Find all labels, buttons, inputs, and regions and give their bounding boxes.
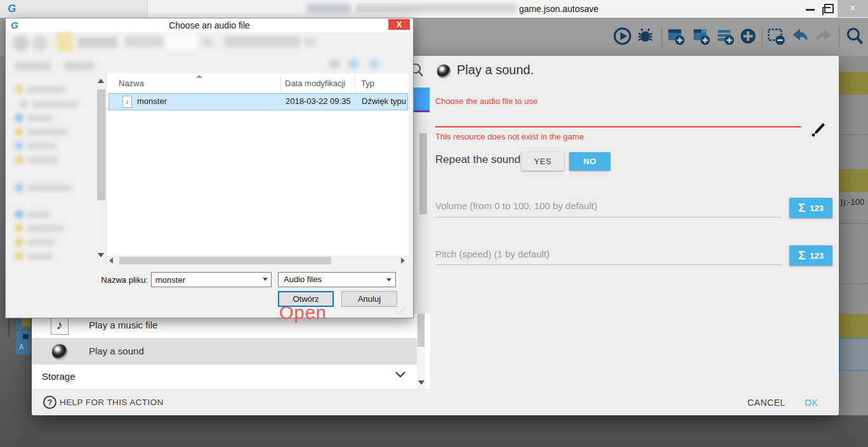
file-date-cell: 2018-03-22 09:35 (286, 96, 351, 106)
folder-tree-pane[interactable] (11, 75, 96, 261)
list-scroll-thumb[interactable] (418, 314, 424, 347)
pick-resource-pencil-icon[interactable] (810, 121, 826, 140)
add-circle-icon[interactable] (737, 25, 759, 47)
file-list-hscrollbar[interactable] (107, 256, 409, 266)
file-dialog-title: Choose an audio file (6, 20, 413, 30)
blurred-path-segment (355, 4, 517, 13)
column-header-name[interactable]: Nazwa (119, 79, 144, 88)
sigma-icon: Σ (798, 201, 805, 215)
sort-ascending-icon (196, 75, 202, 78)
column-header-date[interactable]: Data modyfikacji (285, 79, 345, 88)
filetype-dropdown[interactable]: Audio files (278, 272, 396, 287)
restore-button[interactable] (824, 4, 834, 13)
blurred-path-segment (306, 3, 351, 13)
repeat-sound-label: Repeat the sound (435, 153, 520, 166)
pitch-param-label: Pitch (speed) (1 by default) (435, 249, 549, 259)
close-button[interactable]: × (838, 0, 868, 17)
action-title: Play a sound. (457, 63, 534, 77)
add-comment-icon[interactable] (714, 25, 736, 47)
scroll-down-icon[interactable] (418, 380, 424, 385)
repeat-yes-button[interactable]: YES (522, 152, 564, 171)
filename-combobox[interactable] (151, 272, 272, 287)
file-chooser-dialog: G Choose an audio file X Nazwa Data mody… (5, 18, 414, 318)
file-name-cell: monster (137, 96, 167, 106)
window-title: game.json.autosave (519, 4, 598, 14)
filetype-value: Audio files (284, 275, 322, 284)
screen: G game.json.autosave × (0, 0, 868, 447)
volume-input-underline[interactable] (435, 217, 782, 217)
events-sheet-fragment: )):-100 (839, 56, 868, 415)
category-tab-underline (413, 110, 430, 112)
speaker-icon (51, 344, 68, 360)
minimize-button[interactable] (806, 9, 815, 11)
action-list: ♪ Play a music file Play a sound Storage (32, 314, 430, 389)
play-icon[interactable] (612, 25, 634, 47)
selected-event-fragment (839, 338, 868, 371)
action-item-play-sound[interactable]: Play a sound (32, 338, 419, 365)
numbers-icon: 123 (810, 251, 824, 261)
resource-error-text: This resource does not exist in the game (435, 132, 584, 141)
chevron-down-icon[interactable] (263, 278, 268, 281)
file-dialog-titlebar: G Choose an audio file X (6, 18, 413, 32)
music-note-icon: ♪ (51, 316, 69, 335)
file-type-cell: Dźwięk typu w (362, 96, 409, 106)
selected-category-tab[interactable] (413, 87, 430, 110)
add-event-icon[interactable] (665, 25, 687, 47)
audio-file-param-label: Choose the audio file to use (435, 96, 537, 106)
add-subevent-icon[interactable] (690, 25, 712, 47)
redo-icon[interactable] (813, 25, 835, 47)
tree-scroll-thumb[interactable] (97, 89, 105, 200)
search-icon[interactable] (844, 25, 865, 47)
undo-icon[interactable] (789, 25, 811, 47)
hscroll-thumb[interactable] (119, 257, 331, 264)
help-link[interactable]: HELP FOR THIS ACTION (60, 398, 164, 407)
open-annotation: Open (279, 302, 327, 323)
filename-input (151, 272, 272, 287)
remove-event-icon[interactable] (765, 25, 787, 47)
ok-button[interactable]: OK (805, 398, 818, 408)
help-icon[interactable]: ? (43, 396, 56, 409)
pitch-input-underline[interactable] (435, 264, 782, 265)
cancel-button-pl[interactable]: Anuluj (341, 291, 397, 307)
column-header-type[interactable]: Typ (361, 79, 374, 88)
gdevelop-logo-icon: G (8, 3, 16, 14)
window-titlebar: G game.json.autosave × (0, 0, 868, 18)
file-row-selected[interactable]: ♪ monster 2018-03-22 09:35 Dźwięk typu w (109, 93, 408, 110)
speaker-icon (437, 64, 451, 79)
event-expression-text: )):-100 (840, 197, 864, 207)
event-object-letter: A (19, 343, 23, 351)
filename-label: Nazwa pliku: (101, 275, 148, 285)
debug-icon[interactable] (635, 25, 656, 47)
tree-scrollbar[interactable] (96, 75, 106, 261)
chevron-down-icon (386, 278, 391, 282)
action-item-label: Play a sound (89, 346, 144, 356)
file-dialog-close-button[interactable]: X (388, 19, 410, 30)
action-group-storage[interactable]: Storage (42, 371, 76, 382)
sigma-icon: Σ (798, 249, 805, 262)
chevron-down-icon[interactable] (395, 370, 406, 381)
numbers-icon: 123 (810, 204, 824, 213)
file-list: Nazwa Data modyfikacji Typ ♪ monster 201… (106, 74, 409, 266)
repeat-no-button[interactable]: NO (569, 152, 610, 171)
audio-file-icon: ♪ (122, 96, 132, 108)
cancel-button[interactable]: CANCEL (747, 398, 786, 408)
app-tab[interactable]: G (0, 0, 148, 17)
action-list-scroll-thumb[interactable] (419, 133, 427, 214)
audio-file-input[interactable] (435, 107, 801, 126)
pitch-expression-button[interactable]: Σ 123 (789, 245, 832, 266)
audio-file-input-underline (435, 126, 801, 127)
action-item-label: Play a music file (89, 320, 157, 330)
resize-grip[interactable]: ⋰ (399, 308, 408, 315)
volume-expression-button[interactable]: Σ 123 (789, 198, 832, 218)
volume-param-label: Volume (from 0 to 100, 100 by default) (435, 200, 597, 211)
